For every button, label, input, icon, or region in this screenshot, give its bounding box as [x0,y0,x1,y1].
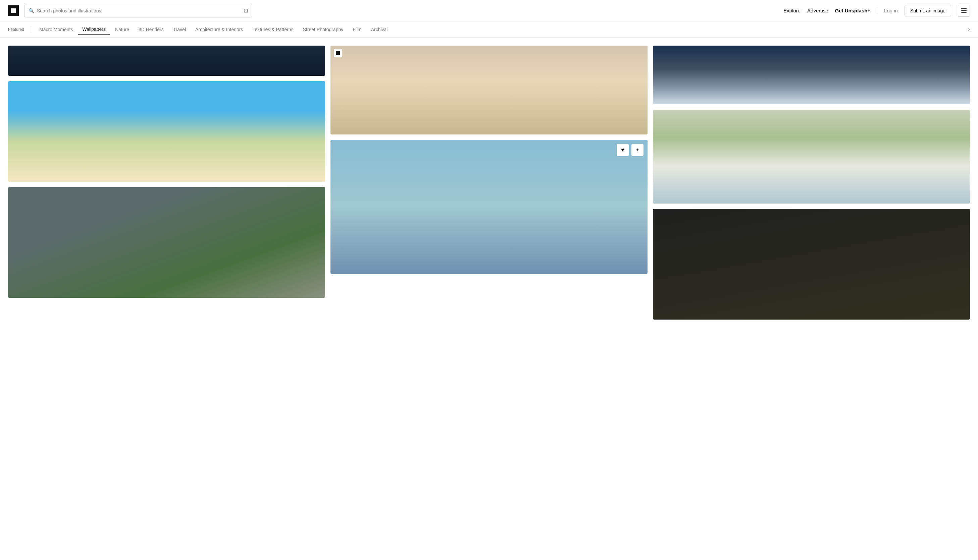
photo-card[interactable] [653,209,970,320]
photo-grid: ♥ + [8,46,970,320]
subnav-scroll-right-icon[interactable]: › [968,26,970,33]
logo-icon [11,8,16,13]
photo-overlay [8,187,325,298]
unsplash-badge [334,49,342,57]
hamburger-line [961,12,966,13]
logo[interactable] [8,5,19,16]
photo-card[interactable] [653,110,970,203]
subnav-item-archival[interactable]: Archival [367,25,392,34]
photo-overlay [8,81,325,182]
submit-button[interactable]: Submit an image [905,5,951,17]
photo-card[interactable] [8,81,325,182]
photo-overlay [653,110,970,203]
log-in-link[interactable]: Log in [884,8,898,13]
hamburger-menu[interactable] [958,5,970,17]
photo-overlay [653,209,970,320]
subnav-item-wallpapers[interactable]: Wallpapers [78,25,110,35]
photo-overlay [8,46,325,76]
explore-link[interactable]: Explore [783,8,801,13]
search-icon: 🔍 [28,8,34,13]
camera-search-icon[interactable]: ⊡ [244,7,248,14]
get-plus-link[interactable]: Get Unsplash+ [835,8,870,13]
subnav-item-macro-moments[interactable]: Macro Moments [35,25,77,34]
subnav-featured-label: Featured [8,27,24,32]
subnav-item-street[interactable]: Street Photography [299,25,347,34]
subnav: Featured Macro Moments Wallpapers Nature… [0,22,978,38]
photo-column-3 [653,46,970,320]
subnav-item-3d-renders[interactable]: 3D Renders [135,25,168,34]
photo-card[interactable] [330,46,648,135]
add-to-collection-button[interactable]: + [631,144,644,156]
photo-overlay [330,140,648,274]
hamburger-line [961,8,966,9]
subnav-item-architecture[interactable]: Architecture & Interiors [191,25,247,34]
photo-overlay [330,46,648,135]
like-button[interactable]: ♥ [617,144,629,156]
photo-card[interactable] [8,46,325,76]
photo-card[interactable] [653,46,970,104]
header: 🔍 ⊡ Explore Advertise Get Unsplash+ Log … [0,0,978,22]
main-content: ♥ + [0,38,978,328]
search-bar: 🔍 ⊡ [24,4,252,17]
photo-overlay [653,46,970,104]
search-input[interactable] [37,8,241,13]
photo-card[interactable]: ♥ + [330,140,648,274]
subnav-item-textures[interactable]: Textures & Patterns [248,25,297,34]
photo-column-2: ♥ + [330,46,648,274]
advertise-link[interactable]: Advertise [807,8,828,13]
subnav-item-film[interactable]: Film [349,25,365,34]
header-nav: Explore Advertise Get Unsplash+ Log in S… [783,5,970,17]
photo-card[interactable] [8,187,325,298]
photo-actions: ♥ + [617,144,644,156]
subnav-item-travel[interactable]: Travel [169,25,190,34]
subnav-divider [31,26,31,33]
hamburger-line [961,10,966,11]
subnav-item-nature[interactable]: Nature [111,25,133,34]
photo-column-1 [8,46,325,298]
